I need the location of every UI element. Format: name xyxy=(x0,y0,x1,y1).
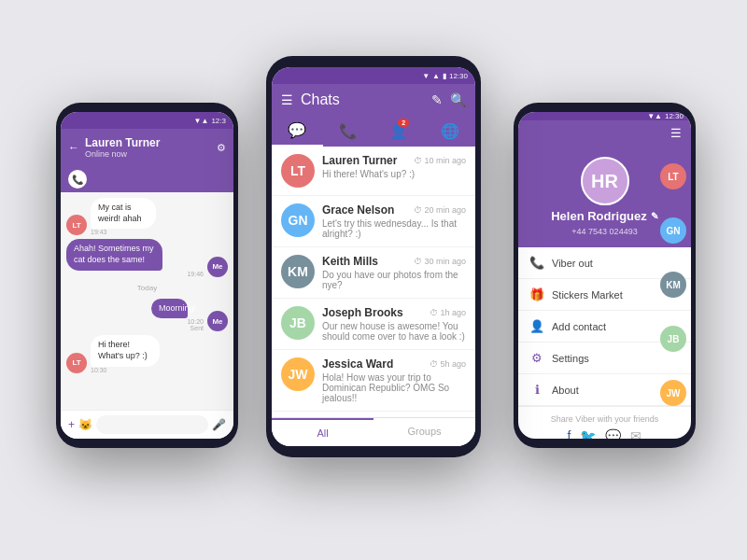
chat-preview: Hola! How was your trip to Dominican Rep… xyxy=(322,372,466,403)
email-icon[interactable]: ✉ xyxy=(630,428,641,439)
message-item: Me Moorning! 10:20 Sent xyxy=(66,299,228,332)
chat-info: Lauren Turner ⏱ 10 min ago Hi there! Wha… xyxy=(322,154,466,179)
right-screen: ▼▲ 12:30 ☰ HR Helen Rodriguez ✎ +44 7543… xyxy=(518,112,691,439)
stickers-icon: 🎁 xyxy=(529,287,544,301)
chat-avatar: LT xyxy=(281,154,315,188)
bubble-out2: Moorning! xyxy=(151,299,188,319)
chat-list-item[interactable]: JB Joseph Brooks ⏱ 1h ago Our new house … xyxy=(272,299,475,350)
chat-contact-name: Lauren Turner xyxy=(85,136,211,149)
chat-preview: Hi there! What's up? :) xyxy=(322,169,466,179)
side-avatars: LT GN KM JB JW xyxy=(660,112,686,439)
menu-icon[interactable]: ☰ xyxy=(281,92,293,107)
profile-phone: +44 7543 024493 xyxy=(571,227,637,236)
center-phone: ▼ ▲ ▮ 12:30 ☰ Chats ✎ 🔍 💬 📞 👤 2 xyxy=(266,56,481,457)
sticker-icon[interactable]: 😺 xyxy=(78,418,92,431)
chat-name: Keith Mills xyxy=(322,255,378,268)
side-avatar-1: LT xyxy=(660,163,686,189)
wifi-icon: ▲ xyxy=(432,72,440,80)
chat-list: LT Lauren Turner ⏱ 10 min ago Hi there! … xyxy=(272,147,475,417)
status-bar-left: ▼▲ 12:3 xyxy=(61,112,233,129)
menu-label-viber-out: Viber out xyxy=(552,258,593,269)
about-icon: ℹ xyxy=(529,383,544,397)
side-avatar-4: JB xyxy=(660,326,686,352)
menu-label-settings: Settings xyxy=(552,353,589,364)
date-divider: Today xyxy=(66,284,228,292)
chat-time: ⏱ 20 min ago xyxy=(414,205,466,215)
chat-header: ← Lauren Turner Online now ⚙ xyxy=(61,129,233,166)
chat-name: Grace Nelson xyxy=(322,203,394,217)
viber-share-icon[interactable]: 💬 xyxy=(605,428,621,439)
profile-avatar: HR xyxy=(581,157,629,205)
bottom-tabs: All Groups xyxy=(272,417,475,446)
chat-preview: Let's try this wednesday... Is that alri… xyxy=(322,218,466,239)
right-phone: ▼▲ 12:30 ☰ HR Helen Rodriguez ✎ +44 7543… xyxy=(514,103,696,448)
menu-label-about: About xyxy=(552,385,579,396)
avatar-lt2: LT xyxy=(66,353,87,373)
tab-more[interactable]: 🌐 xyxy=(425,122,476,146)
tab-chat[interactable]: 💬 xyxy=(272,121,323,147)
chat-avatar: GN xyxy=(281,203,315,237)
left-phone: ▼▲ 12:3 ← Lauren Turner Online now ⚙ 📞 xyxy=(56,103,238,448)
mic-icon[interactable]: 🎤 xyxy=(212,418,226,431)
call-button[interactable]: 📞 xyxy=(68,170,87,189)
menu-label-stickers: Stickers Market xyxy=(552,289,623,301)
msg-time-out: 19:46 xyxy=(66,271,204,277)
side-avatar-2: GN xyxy=(660,217,686,244)
edit-icon[interactable]: ✎ xyxy=(431,92,443,107)
menu-label-add-contact: Add contact xyxy=(552,321,606,332)
tab-bar: 💬 📞 👤 2 🌐 xyxy=(272,116,475,147)
chat-status: Online now xyxy=(85,149,211,159)
contacts-badge: 2 xyxy=(398,119,409,127)
chat-time: ⏱ 30 min ago xyxy=(414,257,466,266)
bubble-in: My cat is weird! ahah xyxy=(91,198,156,229)
message-input[interactable] xyxy=(96,415,208,434)
status-bar-center: ▼ ▲ ▮ 12:30 xyxy=(272,67,475,84)
twitter-icon[interactable]: 🐦 xyxy=(580,428,596,439)
chat-info: Jessica Ward ⏱ 5h ago Hola! How was your… xyxy=(322,357,466,403)
profile-name: Helen Rodriguez ✎ xyxy=(551,209,658,223)
add-contact-icon: 👤 xyxy=(529,319,544,333)
share-text: Share Viber with your friends xyxy=(551,414,658,424)
back-icon[interactable]: ← xyxy=(68,141,79,154)
bubble-out: Ahah! Sometimes my cat does the same! xyxy=(66,239,162,270)
search-icon[interactable]: 🔍 xyxy=(450,92,466,107)
chat-name: Joseph Brooks xyxy=(322,306,403,319)
msg-time: 19:43 xyxy=(91,229,185,235)
tab-call[interactable]: 📞 xyxy=(323,122,374,146)
edit-profile-icon[interactable]: ✎ xyxy=(651,211,658,221)
tab-contacts[interactable]: 👤 2 xyxy=(374,122,425,146)
chat-input-bar: + 😺 🎤 xyxy=(61,410,233,439)
chat-name: Jessica Ward xyxy=(322,357,393,371)
chat-list-item[interactable]: GN Grace Nelson ⏱ 20 min ago Let's try t… xyxy=(272,196,475,247)
msg-time3: 10:30 xyxy=(91,367,189,373)
chat-info: Keith Mills ⏱ 30 min ago Do you have our… xyxy=(322,255,466,290)
message-item: LT Hi there! What's up? :) 10:30 xyxy=(66,335,228,372)
center-screen: ▼ ▲ ▮ 12:30 ☰ Chats ✎ 🔍 💬 📞 👤 2 xyxy=(272,67,475,446)
viber-out-icon: 📞 xyxy=(529,256,544,270)
chat-time: ⏱ 5h ago xyxy=(430,359,466,369)
time-center: 12:30 xyxy=(449,72,468,80)
chat-list-item[interactable]: KM Keith Mills ⏱ 30 min ago Do you have … xyxy=(272,247,475,299)
chat-name: Lauren Turner xyxy=(322,154,397,167)
chat-list-item[interactable]: JW Jessica Ward ⏱ 5h ago Hola! How was y… xyxy=(272,350,475,412)
messages-area: LT My cat is weird! ahah 19:43 Me Ahah! … xyxy=(61,192,233,410)
settings-icon[interactable]: ⚙ xyxy=(217,142,226,154)
tab-all[interactable]: All xyxy=(272,418,374,446)
left-screen: ▼▲ 12:3 ← Lauren Turner Online now ⚙ 📞 xyxy=(61,112,233,439)
tab-groups[interactable]: Groups xyxy=(374,418,475,446)
chat-avatar: KM xyxy=(281,255,315,288)
chat-list-item[interactable]: LT Lauren Turner ⏱ 10 min ago Hi there! … xyxy=(272,147,475,196)
chat-info: Joseph Brooks ⏱ 1h ago Our new house is … xyxy=(322,306,466,342)
avatar-lt: LT xyxy=(66,215,87,235)
battery-icon: ▮ xyxy=(443,72,446,80)
chat-preview: Our new house is awesome! You should com… xyxy=(322,321,466,342)
chat-avatar: JW xyxy=(281,357,315,391)
facebook-icon[interactable]: f xyxy=(568,428,571,439)
chat-info: Grace Nelson ⏱ 20 min ago Let's try this… xyxy=(322,203,466,239)
sent-label: Sent xyxy=(151,325,204,331)
settings-menu-icon: ⚙ xyxy=(529,351,544,365)
add-icon[interactable]: + xyxy=(68,418,75,431)
social-icons: f 🐦 💬 ✉ xyxy=(528,428,682,439)
chat-time: ⏱ 10 min ago xyxy=(414,156,466,165)
signal-icon: ▼ xyxy=(422,72,430,80)
